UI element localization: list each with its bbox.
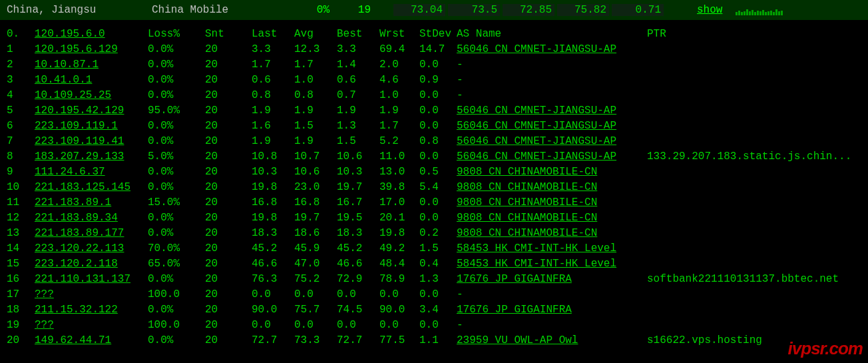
hop-asname[interactable]: 9808 CN CHINAMOBILE-CN: [457, 195, 647, 210]
hop-asname[interactable]: 56046 CN CMNET-JIANGSU-AP: [457, 134, 647, 149]
hop-last: 10.3: [252, 165, 294, 180]
hop-ip[interactable]: 120.195.6.129: [35, 42, 148, 57]
col-header-ip: 120.195.6.0: [35, 27, 148, 42]
hop-wrst: 78.9: [379, 272, 419, 287]
hop-ptr: [647, 119, 861, 134]
hop-wrst: 4.6: [379, 73, 419, 88]
hop-best: 1.4: [337, 57, 379, 73]
table-row: 6223.109.119.10.0%201.61.51.31.70.056046…: [7, 119, 861, 134]
hop-ip[interactable]: 223.109.119.1: [35, 119, 148, 134]
hop-asname[interactable]: 56046 CN CMNET-JIANGSU-AP: [457, 119, 647, 134]
hop-stdev: 0.0: [419, 287, 457, 302]
hop-snt: 20: [205, 57, 252, 73]
hop-ptr: [647, 241, 861, 256]
hop-ip[interactable]: 221.183.125.145: [35, 180, 148, 195]
summary-loss: 0%: [282, 4, 329, 16]
hop-asname: -: [457, 73, 647, 88]
table-row: 15223.120.2.11865.0%2046.647.046.648.40.…: [7, 256, 861, 272]
hop-ptr: [647, 287, 861, 302]
hop-index: 6: [7, 119, 35, 134]
hop-stdev: 0.0: [419, 103, 457, 119]
hop-ip[interactable]: 10.41.0.1: [35, 73, 148, 88]
hop-snt: 20: [205, 73, 252, 88]
hop-wrst: 1.9: [379, 103, 419, 119]
table-row: 16221.110.131.1370.0%2076.375.272.978.91…: [7, 272, 861, 287]
hop-asname[interactable]: 23959 VU OWL-AP Owl: [457, 333, 647, 348]
hop-index: 10: [7, 180, 35, 195]
hop-ip[interactable]: 211.15.32.122: [35, 302, 148, 318]
hop-index: 4: [7, 88, 35, 103]
hop-ip[interactable]: 183.207.29.133: [35, 149, 148, 165]
show-link[interactable]: show: [697, 4, 722, 16]
hop-ip[interactable]: 10.10.87.1: [35, 57, 148, 73]
hop-wrst: 39.8: [379, 180, 419, 195]
hop-wrst: 13.0: [379, 165, 419, 180]
table-row: 7223.109.119.410.0%201.91.91.55.20.85604…: [7, 134, 861, 149]
hop-stdev: 5.4: [419, 180, 457, 195]
hop-ip[interactable]: 111.24.6.37: [35, 165, 148, 180]
hop-snt: 20: [205, 302, 252, 318]
hop-loss: 0.0%: [148, 73, 205, 88]
hop-ip[interactable]: 10.109.25.25: [35, 88, 148, 103]
hop-loss: 100.0: [148, 287, 205, 302]
hop-ip[interactable]: ???: [35, 287, 148, 302]
hop-stdev: 3.4: [419, 302, 457, 318]
hop-ip[interactable]: 149.62.44.71: [35, 333, 148, 348]
hop-snt: 20: [205, 103, 252, 119]
hop-wrst: 48.4: [379, 256, 419, 272]
hop-wrst: 19.8: [379, 226, 419, 241]
hop-asname[interactable]: 56046 CN CMNET-JIANGSU-AP: [457, 103, 647, 119]
hop-wrst: 90.0: [379, 302, 419, 318]
stat-best: 72.85: [503, 4, 554, 16]
hop-ip[interactable]: 221.110.131.137: [35, 272, 148, 287]
hop-best: 1.5: [337, 134, 379, 149]
hop-asname[interactable]: 9808 CN CHINAMOBILE-CN: [457, 165, 647, 180]
hop-asname[interactable]: 17676 JP GIGAINFRA: [457, 272, 647, 287]
hop-avg: 10.7: [294, 149, 337, 165]
hop-stdev: 1.3: [419, 272, 457, 287]
hop-asname[interactable]: 17676 JP GIGAINFRA: [457, 302, 647, 318]
hop-ip[interactable]: 120.195.42.129: [35, 103, 148, 119]
hop-snt: 20: [205, 165, 252, 180]
hop-best: 0.6: [337, 73, 379, 88]
hop-best: 1.9: [337, 103, 379, 119]
hop-index: 19: [7, 318, 35, 333]
hop-asname[interactable]: 9808 CN CHINAMOBILE-CN: [457, 226, 647, 241]
hop-avg: 75.7: [294, 302, 337, 318]
hop-best: 72.9: [337, 272, 379, 287]
hop-wrst: 20.1: [379, 210, 419, 226]
hop-ip[interactable]: 221.183.89.177: [35, 226, 148, 241]
hop-loss: 0.0%: [148, 180, 205, 195]
hop-wrst: 0.0: [379, 287, 419, 302]
stat-wrst: 75.82: [557, 4, 609, 16]
hop-asname[interactable]: 9808 CN CHINAMOBILE-CN: [457, 210, 647, 226]
hop-avg: 18.6: [294, 226, 337, 241]
hop-ip[interactable]: 223.109.119.41: [35, 134, 148, 149]
hop-last: 76.3: [252, 272, 294, 287]
hop-snt: 20: [205, 119, 252, 134]
hop-wrst: 11.0: [379, 149, 419, 165]
hop-snt: 20: [205, 210, 252, 226]
hop-ip[interactable]: 223.120.22.113: [35, 241, 148, 256]
hop-avg: 1.9: [294, 134, 337, 149]
hop-asname[interactable]: 56046 CN CMNET-JIANGSU-AP: [457, 149, 647, 165]
table-row: 14223.120.22.11370.0%2045.245.945.249.21…: [7, 241, 861, 256]
hop-asname[interactable]: 58453 HK CMI-INT-HK Level: [457, 256, 647, 272]
hop-ip[interactable]: 221.183.89.34: [35, 210, 148, 226]
hop-avg: 16.8: [294, 195, 337, 210]
hop-asname[interactable]: 58453 HK CMI-INT-HK Level: [457, 241, 647, 256]
hop-ip[interactable]: ???: [35, 318, 148, 333]
hop-ptr: [647, 195, 861, 210]
hop-ptr: 133.29.207.183.static.js.chin...: [647, 149, 861, 165]
hop-wrst: 1.0: [379, 88, 419, 103]
hop-asname[interactable]: 9808 CN CHINAMOBILE-CN: [457, 180, 647, 195]
hop-ip[interactable]: 223.120.2.118: [35, 256, 148, 272]
hop-best: 46.6: [337, 256, 379, 272]
hop-ip[interactable]: 221.183.89.1: [35, 195, 148, 210]
hop-asname[interactable]: 56046 CN CMNET-JIANGSU-AP: [457, 42, 647, 57]
hop-snt: 20: [205, 134, 252, 149]
hop-wrst: 77.5: [379, 333, 419, 348]
hop-loss: 70.0%: [148, 241, 205, 256]
hop-index: 1: [7, 42, 35, 57]
col-header-loss: Loss%: [148, 27, 205, 42]
